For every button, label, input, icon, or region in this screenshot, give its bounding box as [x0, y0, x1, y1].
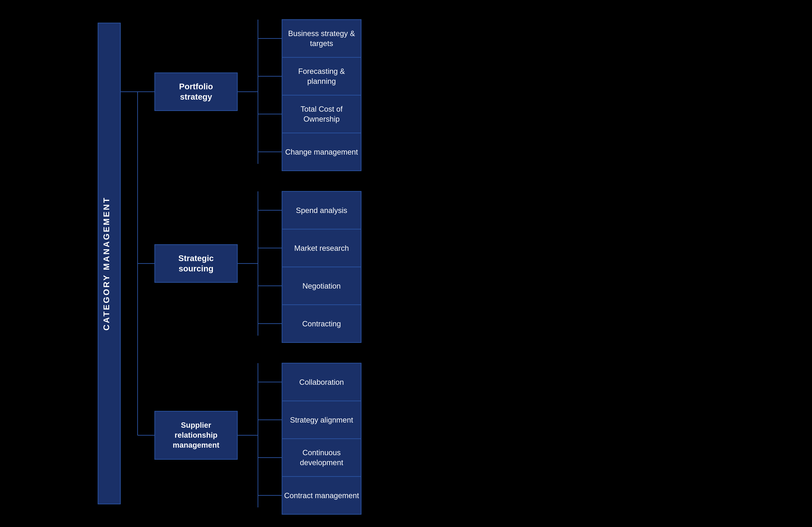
forecasting-label: Forecasting & — [298, 67, 345, 75]
continuous-dev-node — [282, 439, 361, 477]
svg-rect-0 — [0, 0, 812, 527]
supplier-label: Supplier — [181, 421, 211, 429]
tco-label2: Ownership — [304, 115, 339, 123]
strategic-sourcing-node — [155, 245, 237, 282]
market-research-label: Market research — [294, 244, 349, 252]
business-strategy-node — [282, 19, 361, 57]
spend-analysis-label: Spend analysis — [296, 206, 347, 214]
tco-label: Total Cost of — [301, 105, 343, 113]
portfolio-strategy-label: Portfolio — [179, 82, 213, 91]
contracting-label: Contracting — [302, 319, 341, 328]
strategic-sourcing-label2: sourcing — [179, 264, 214, 273]
portfolio-strategy-node — [155, 73, 237, 111]
forecasting-node — [282, 57, 361, 95]
forecasting-label2: planning — [307, 77, 336, 85]
negotiation-label: Negotiation — [303, 282, 341, 290]
continuous-dev-label: Continuous — [303, 448, 341, 457]
continuous-dev-label2: development — [300, 458, 343, 467]
tco-node — [282, 95, 361, 133]
change-mgmt-label: Change management — [285, 148, 358, 156]
business-strategy-label: Business strategy & — [288, 29, 355, 37]
strategy-alignment-label: Strategy alignment — [290, 416, 353, 424]
supplier-label2: relationship — [175, 431, 217, 439]
contract-mgmt-label: Contract management — [284, 491, 359, 500]
strategic-sourcing-label: Strategic — [178, 254, 214, 263]
root-label: CATEGORY MANAGEMENT — [102, 196, 111, 331]
collaboration-label: Collaboration — [299, 378, 344, 386]
business-strategy-label2: targets — [310, 39, 333, 48]
supplier-label3: management — [173, 441, 219, 449]
portfolio-strategy-label2: strategy — [180, 92, 212, 101]
